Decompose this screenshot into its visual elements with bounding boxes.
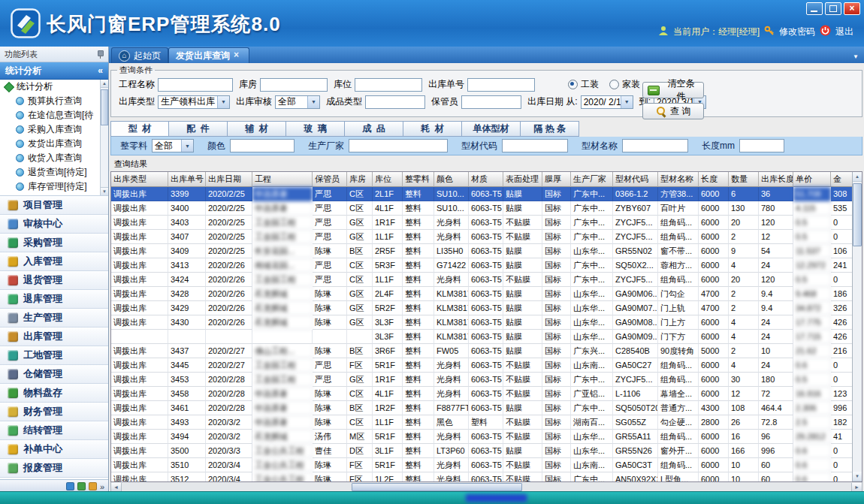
scroll-up-icon[interactable] — [101, 80, 108, 88]
sidebar-item-project[interactable]: 项目管理 — [0, 196, 108, 215]
column-header[interactable]: 金 — [831, 172, 854, 187]
pin-icon[interactable] — [96, 50, 104, 59]
scroll-down-icon[interactable] — [101, 187, 108, 195]
column-header[interactable]: 单价 — [793, 172, 831, 187]
warehouse-input[interactable] — [260, 78, 328, 92]
column-header[interactable]: 库位 — [373, 172, 403, 187]
search-button[interactable]: 查 询 — [642, 103, 704, 119]
radio-jiazhuang[interactable]: 家装 — [609, 78, 640, 91]
tab-overflow-icon[interactable] — [853, 48, 859, 62]
table-row[interactable]: 调拨出库34582020/2/28华远原著陈琳C区4L1F整料光身料6063-T… — [111, 387, 854, 401]
footer-tools-icon[interactable] — [89, 482, 97, 490]
sidebar-item-scrap[interactable]: 报废管理 — [0, 459, 108, 478]
sidebar-item-return-stock[interactable]: 退库管理 — [0, 290, 108, 309]
tree-item[interactable]: 采购入库查询 — [0, 122, 108, 137]
table-row[interactable]: 调拨出库33992020/2/25华远原著严思C区2L1F整料SU10...60… — [111, 187, 854, 201]
footer-folder-icon[interactable] — [66, 482, 74, 490]
column-header[interactable]: 工程 — [252, 172, 313, 187]
column-header[interactable]: 型材名称 — [658, 172, 699, 187]
tree-item[interactable]: 收货入库查询 — [0, 151, 108, 165]
table-row[interactable]: 调拨出库35122020/3/4工业公共工程陈琳F区1L2F整料光身料6063-… — [111, 472, 854, 482]
column-header[interactable]: 出库日期 — [206, 172, 252, 187]
table-row[interactable]: 调拨出库34132020/2/26南城花园...严思C区5R3F整料G71422… — [111, 258, 854, 273]
filter-input[interactable] — [739, 139, 784, 152]
sidebar-item-supplement[interactable]: 补单中心 — [0, 440, 108, 459]
table-row[interactable]: 调拨出库34242020/2/26工业园工程严思C区1L1F整料光身料6063-… — [111, 273, 854, 287]
radio-gongzhuang[interactable]: 工装 — [568, 78, 599, 91]
scroll-right-icon[interactable] — [851, 483, 862, 491]
sidebar-item-production[interactable]: 生产管理 — [0, 309, 108, 327]
tree-item[interactable]: 退货查询[待定] — [0, 165, 108, 180]
column-header[interactable]: 数量 — [729, 172, 759, 187]
minimize-button[interactable] — [806, 2, 823, 15]
vertical-scrollbar[interactable] — [852, 172, 862, 481]
column-header[interactable]: 型材代码 — [613, 172, 658, 187]
table-row[interactable]: 调拨出库34532020/2/28工业园工程严思G区1R1F整料光身料6063-… — [111, 373, 854, 387]
table-row[interactable]: 调拨出库34292020/2/26石龙辉城陈琳G区5R2F整料KLM381760… — [111, 301, 854, 315]
scroll-left-icon[interactable] — [111, 483, 122, 491]
sidebar-item-site[interactable]: 工地管理 — [0, 346, 108, 365]
material-tab[interactable]: 型 材 — [110, 121, 169, 137]
column-header[interactable]: 出库单号 — [168, 172, 206, 187]
table-row[interactable]: 调拨出库34072020/2/25工业园工程严思G区1L1F整料光身料6063-… — [111, 230, 854, 244]
sidebar-item-warehouse[interactable]: 仓储管理 — [0, 365, 108, 384]
table-row[interactable]: 调拨出库35002020/3/3工业公共工程曹佳D区3L1F整料LT3P6060… — [111, 444, 854, 458]
outbound-type-select[interactable]: 生产领料出库 — [158, 95, 230, 109]
column-header[interactable]: 出库长度 — [759, 172, 793, 187]
tree-root[interactable]: 统计分析 — [0, 80, 108, 94]
table-row[interactable]: 调拨出库34452020/2/27工业园工程严思F区5R1F整料光身料6063-… — [111, 358, 854, 373]
tab-shipping-outbound-query[interactable]: 发货出库查询 — [168, 47, 249, 63]
table-row[interactable]: 调拨出库34302020/2/26石龙辉城陈琳G区3L3F整料KLM381760… — [111, 315, 854, 330]
column-header[interactable]: 出库类型 — [111, 172, 168, 187]
sidebar-item-purchase[interactable]: 采购管理 — [0, 234, 108, 252]
sidebar-item-audit-center[interactable]: 审核中心 — [0, 215, 108, 234]
column-header[interactable]: 整零料 — [403, 172, 434, 187]
footer-list-icon[interactable] — [77, 482, 86, 490]
tree-scrollbar[interactable] — [100, 80, 108, 195]
table-row[interactable]: 调拨出库34002020/2/25华远原著严思C区4L1F整料SU10...60… — [111, 201, 854, 216]
product-type-input[interactable] — [365, 95, 425, 109]
clear-button[interactable]: 清空条件 — [642, 82, 704, 98]
close-button[interactable] — [844, 2, 860, 15]
status-link[interactable]: ▇▇▇▇▇▇▇▇▇▇▇▇ — [466, 493, 526, 502]
scroll-down-icon[interactable] — [853, 472, 862, 481]
audit-select[interactable]: 全部 — [275, 95, 320, 109]
stats-section-header[interactable]: 统计分析 — [0, 62, 108, 80]
change-password-link[interactable]: 修改密码 — [779, 26, 815, 38]
tree-item[interactable]: 库存管理[待定] — [0, 180, 108, 194]
keeper-input[interactable] — [461, 95, 521, 109]
column-header[interactable]: 库房 — [347, 172, 373, 187]
material-tab[interactable]: 辅 材 — [228, 121, 286, 137]
tree-item[interactable]: 预算执行查询 — [0, 94, 108, 108]
filter-input[interactable] — [349, 139, 448, 152]
maximize-button[interactable] — [825, 2, 841, 15]
filter-input[interactable] — [622, 139, 688, 152]
table-row[interactable]: 调拨出库34372020/2/27佛山工程...陈琳B区3R6F整料FW0560… — [111, 344, 854, 358]
sidebar-item-finance[interactable]: 财务管理 — [0, 403, 108, 421]
sidebar-item-carryover[interactable]: 结转管理 — [0, 421, 108, 440]
project-name-input[interactable] — [158, 78, 233, 92]
table-row[interactable]: 调拨出库34032020/2/25工业园工程严思G区1R1F整料光身料6063-… — [111, 216, 854, 230]
column-header[interactable]: 保管员 — [313, 172, 347, 187]
column-header[interactable]: 生产厂家 — [571, 172, 613, 187]
collapse-icon[interactable] — [98, 65, 103, 76]
material-tab[interactable]: 成 品 — [345, 121, 403, 137]
filter-combo[interactable]: 全部 — [152, 139, 194, 152]
close-tab-icon[interactable] — [234, 52, 242, 60]
sidebar-item-return-goods[interactable]: 退货管理 — [0, 271, 108, 290]
column-header[interactable]: 颜色 — [434, 172, 469, 187]
order-no-input[interactable] — [467, 78, 535, 92]
column-header[interactable]: 膜厚 — [542, 172, 571, 187]
sidebar-item-inbound[interactable]: 入库管理 — [0, 252, 108, 271]
table-row[interactable]: 调拨出库34932020/3/2华远原著陈琳C区1L1F整料黑色塑料不贴膜国标湖… — [111, 415, 854, 430]
material-tab[interactable]: 配 件 — [169, 121, 228, 137]
tree-item[interactable]: 发货出库查询 — [0, 137, 108, 151]
tree-item[interactable]: 在途信息查询[待 — [0, 108, 108, 122]
column-header[interactable]: 表面处理 — [503, 172, 542, 187]
column-header[interactable]: 材质 — [469, 172, 503, 187]
tab-home[interactable]: 起始页 — [111, 47, 168, 63]
table-row[interactable]: 调拨出库35102020/3/4工业公共工程陈琳F区5R1F整料光身料6063-… — [111, 458, 854, 472]
scroll-up-icon[interactable] — [853, 172, 862, 182]
column-header[interactable]: 长度 — [699, 172, 729, 187]
sidebar-item-outbound[interactable]: 出库管理 — [0, 327, 108, 346]
